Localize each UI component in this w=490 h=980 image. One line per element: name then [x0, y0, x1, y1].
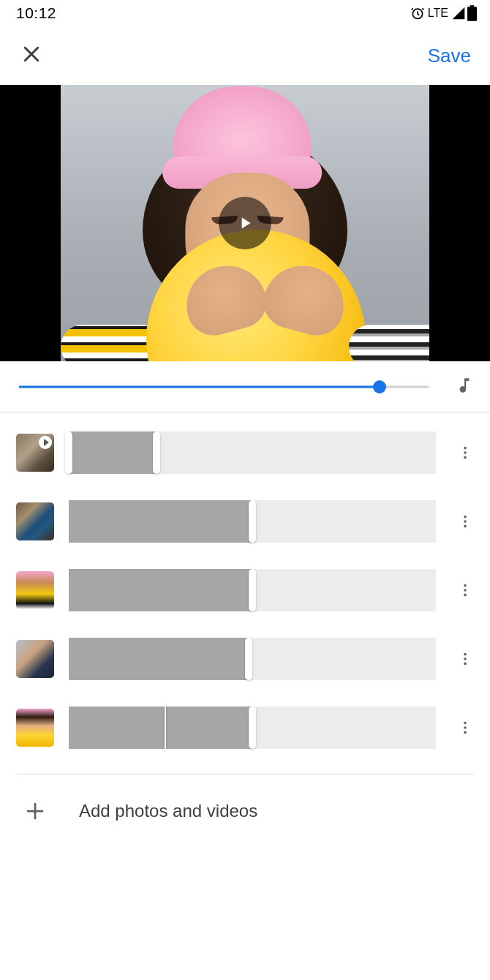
status-bar: 10:12 LTE — [0, 0, 490, 26]
status-time: 10:12 — [16, 4, 56, 22]
svg-point-6 — [464, 516, 467, 519]
svg-point-13 — [464, 657, 467, 660]
playback-slider[interactable] — [19, 380, 429, 394]
svg-point-5 — [464, 456, 467, 459]
battery-icon — [467, 5, 477, 21]
trim-handle-right[interactable] — [249, 569, 256, 611]
clip-trim-track[interactable] — [69, 638, 436, 680]
video-preview — [0, 85, 490, 361]
clip-list — [0, 412, 490, 768]
svg-point-14 — [464, 663, 467, 666]
trim-selection — [69, 431, 157, 474]
trim-handle-right[interactable] — [249, 706, 256, 749]
svg-point-7 — [464, 520, 467, 523]
svg-point-12 — [464, 653, 467, 656]
trim-selection — [69, 569, 252, 611]
clip-trim-track[interactable] — [69, 706, 436, 749]
clip-more-button[interactable] — [446, 640, 484, 678]
play-icon — [235, 214, 255, 233]
trim-playhead — [165, 705, 166, 750]
svg-point-17 — [464, 731, 467, 734]
signal-icon — [451, 6, 466, 20]
play-button[interactable] — [219, 197, 271, 249]
clip-thumbnail[interactable] — [16, 709, 54, 747]
alarm-icon — [410, 6, 425, 20]
svg-point-3 — [464, 447, 467, 450]
more-vert-icon — [457, 582, 473, 598]
app-bar: Save — [0, 26, 490, 85]
clip-thumbnail[interactable] — [16, 640, 54, 678]
more-vert-icon — [457, 651, 473, 667]
trim-handle-right[interactable] — [153, 431, 160, 474]
slider-thumb[interactable] — [373, 380, 386, 393]
clip-trim-track[interactable] — [69, 500, 436, 543]
clip-row — [0, 625, 490, 693]
clip-trim-track[interactable] — [69, 431, 436, 474]
music-note-icon — [455, 374, 474, 396]
more-vert-icon — [457, 445, 473, 461]
add-label: Add photos and videos — [79, 801, 257, 821]
more-vert-icon — [457, 513, 473, 529]
clip-thumbnail[interactable] — [16, 502, 54, 540]
trim-handle-right[interactable] — [249, 500, 256, 543]
svg-rect-1 — [467, 7, 477, 21]
music-button[interactable] — [455, 374, 474, 399]
slider-fill — [19, 385, 380, 388]
clip-more-button[interactable] — [446, 434, 484, 472]
trim-handle-right[interactable] — [245, 638, 252, 680]
clip-thumbnail[interactable] — [16, 434, 54, 472]
svg-point-10 — [464, 589, 467, 592]
close-icon — [20, 43, 42, 65]
trim-selection — [69, 638, 249, 680]
add-photos-videos-button[interactable]: Add photos and videos — [0, 774, 490, 848]
svg-point-11 — [464, 594, 467, 597]
clip-more-button[interactable] — [446, 709, 484, 747]
trim-handle-left[interactable] — [65, 431, 72, 474]
close-button[interactable] — [16, 39, 47, 72]
video-badge-icon — [39, 436, 52, 449]
clip-thumbnail[interactable] — [16, 571, 54, 609]
clip-row — [0, 487, 490, 556]
svg-point-15 — [464, 722, 467, 725]
clip-row — [0, 556, 490, 625]
svg-point-16 — [464, 726, 467, 729]
timeline-row — [0, 361, 490, 412]
clip-more-button[interactable] — [446, 571, 484, 609]
clip-trim-track[interactable] — [69, 569, 436, 611]
more-vert-icon — [457, 720, 473, 736]
clip-row — [0, 418, 490, 487]
status-right: LTE — [410, 5, 477, 21]
svg-point-4 — [464, 451, 467, 454]
svg-point-8 — [464, 525, 467, 528]
svg-rect-2 — [470, 5, 474, 7]
network-label: LTE — [428, 7, 448, 20]
save-button[interactable]: Save — [422, 39, 477, 73]
clip-row — [0, 693, 490, 762]
clip-more-button[interactable] — [446, 502, 484, 540]
trim-selection — [69, 500, 252, 543]
trim-selection — [69, 706, 252, 749]
svg-point-9 — [464, 584, 467, 587]
plus-icon — [16, 792, 54, 830]
